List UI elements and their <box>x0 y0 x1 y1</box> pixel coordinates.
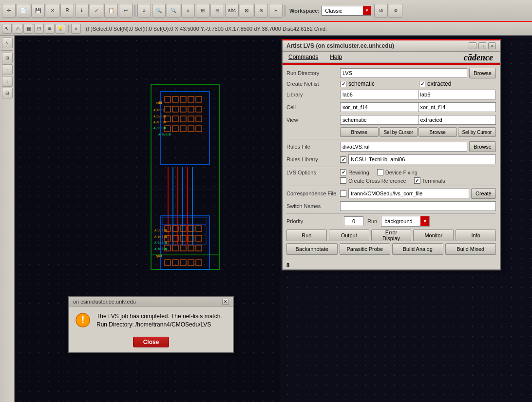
cell-schematic-input[interactable] <box>340 102 418 112</box>
close-btn[interactable]: ✕ <box>46 4 59 18</box>
view-label: View <box>286 117 340 123</box>
cell-extracted-input[interactable] <box>418 102 496 112</box>
open-btn[interactable]: 📄 <box>17 4 30 18</box>
monitor-icon-btn[interactable]: 🖥 <box>374 4 388 18</box>
rules-library-input[interactable] <box>348 154 496 164</box>
sel-by-cursor-btn-left[interactable]: Sel by Cursor <box>380 127 418 137</box>
grid-btn[interactable]: ▦ <box>23 24 33 34</box>
workspace-select: Workspace: Classic ▼ <box>289 6 371 16</box>
sidebar-btn-1[interactable]: ↖ <box>2 38 13 48</box>
msg-line1: The LVS job has completed. The net-lists… <box>96 312 222 321</box>
monitor-btn[interactable]: Monitor <box>413 230 454 241</box>
correspondence-checkbox[interactable] <box>340 191 346 197</box>
text-btn[interactable]: abc <box>225 4 239 18</box>
output-btn[interactable]: Output <box>329 230 369 241</box>
info-btn[interactable]: Info <box>456 230 496 241</box>
info-btn[interactable]: ℹ <box>75 4 89 18</box>
check-btn[interactable]: ✓ <box>90 4 103 18</box>
light-btn[interactable]: 💡 <box>56 24 65 34</box>
correspondence-create-btn[interactable]: Create <box>471 188 496 199</box>
rewiring-checkbox[interactable] <box>340 169 346 175</box>
zoom-btn[interactable]: 🔍 <box>152 4 166 18</box>
cell-inputs <box>340 102 496 112</box>
run-label: Run <box>367 218 377 224</box>
switch-names-input[interactable] <box>340 201 496 211</box>
rules-file-label: Rules File <box>286 144 340 150</box>
rewiring-option: Rewiring <box>340 169 369 175</box>
device-fixing-checkbox[interactable] <box>377 169 383 175</box>
msg-close-btn[interactable]: Close <box>133 337 170 347</box>
action-btn-row2: Backannotate Parasitic Probe Build Analo… <box>286 243 496 255</box>
correspondence-input[interactable] <box>348 189 469 198</box>
more-btn3[interactable]: » <box>269 4 283 18</box>
sidebar-btn-2[interactable]: ⊞ <box>2 53 13 63</box>
divider1 <box>286 139 496 139</box>
net-btn[interactable]: ⊠ <box>240 4 253 18</box>
sidebar-btn-4[interactable]: ↕ <box>2 76 13 87</box>
library-schematic-input[interactable] <box>340 90 418 99</box>
delete-btn[interactable]: ⊗ <box>254 4 268 18</box>
library-inputs <box>340 90 496 99</box>
build-mixed-btn[interactable]: Build Mixed <box>445 243 496 255</box>
config-icon-btn[interactable]: ⚙ <box>389 4 402 18</box>
run-directory-browse-btn[interactable]: Browse <box>469 68 496 78</box>
run-btn[interactable]: Run <box>286 230 327 241</box>
sheet-btn[interactable]: 📋 <box>104 4 118 18</box>
new-btn[interactable]: ✛ <box>2 4 16 18</box>
menu-commands[interactable]: Commands <box>286 53 320 61</box>
cadence-logo: cādence <box>461 52 496 64</box>
priority-input[interactable] <box>344 216 363 226</box>
error-display-btn[interactable]: Error Display <box>371 230 412 241</box>
create-netlist-label: Create Netlist <box>286 81 340 87</box>
view-schematic-input[interactable] <box>340 115 418 125</box>
more-btn2[interactable]: » <box>181 4 195 18</box>
rules-library-checkbox[interactable] <box>340 156 346 163</box>
save-btn[interactable]: 💾 <box>31 4 45 18</box>
maximize-btn[interactable]: □ <box>478 42 486 49</box>
rules-file-input[interactable] <box>340 142 467 152</box>
close-dialog-btn[interactable]: ✕ <box>488 42 496 49</box>
terminals-checkbox[interactable] <box>414 177 420 184</box>
lvs-dialog: Artist LVS (on csimcluster.ee.unlv.edu) … <box>282 39 501 270</box>
menu-help[interactable]: Help <box>328 53 344 61</box>
extracted-col: extracted <box>419 80 496 87</box>
cursor-btn[interactable]: ↖ <box>2 24 12 34</box>
run-combo-arrow[interactable]: ▼ <box>420 216 429 226</box>
undo-btn[interactable]: ↩ <box>119 4 133 18</box>
rules-file-row: Rules File Browse <box>286 141 496 152</box>
cell-label: Cell <box>286 104 340 110</box>
rules-file-browse-btn[interactable]: Browse <box>469 141 496 152</box>
snap-btn[interactable]: ⊡ <box>34 24 44 34</box>
options-checks2: Create Cross Reference Terminals <box>340 177 496 184</box>
cross-ref-option: Create Cross Reference <box>340 177 406 184</box>
layer-btn[interactable]: ≡ <box>45 24 55 34</box>
prop-btn[interactable]: R <box>60 4 74 18</box>
minimize-btn[interactable]: _ <box>469 42 476 49</box>
browse-btn-left[interactable]: Browse <box>340 127 379 137</box>
wire-btn[interactable]: ⊟ <box>210 4 224 18</box>
cross-ref-checkbox[interactable] <box>340 177 346 184</box>
parasitic-probe-btn[interactable]: Parasitic Probe <box>340 243 391 255</box>
view-row: View <box>286 115 496 125</box>
schematic-checkbox[interactable] <box>340 81 346 87</box>
run-directory-row: Run Directory Browse <box>286 68 496 78</box>
sel-by-cursor-btn-right[interactable]: Sel by Cursor <box>458 127 496 137</box>
build-analog-btn[interactable]: Build Analog <box>392 243 443 255</box>
browse-btn-right[interactable]: Browse <box>418 127 457 137</box>
warn-btn[interactable]: ⚠ <box>13 24 22 34</box>
dialog-title: Artist LVS (on csimcluster.ee.unlv.edu) <box>286 42 394 49</box>
library-extracted-input[interactable] <box>418 90 496 99</box>
msg-close-icon[interactable]: ✕ <box>222 299 229 305</box>
workspace-dropdown-arrow[interactable]: ▼ <box>363 6 371 15</box>
extracted-checkbox[interactable] <box>419 81 425 87</box>
backannotate-btn[interactable]: Backannotate <box>286 243 338 255</box>
view-extracted-input[interactable] <box>418 115 496 125</box>
sidebar-btn-3[interactable]: → <box>2 64 13 75</box>
zoom2-btn[interactable]: 🔍 <box>167 4 180 18</box>
more-btn4[interactable]: » <box>71 24 81 34</box>
more-btn1[interactable]: » <box>137 4 151 18</box>
place-btn[interactable]: ⊞ <box>196 4 209 18</box>
run-directory-input[interactable] <box>340 68 467 78</box>
sidebar-btn-5[interactable]: ⊟ <box>2 88 13 98</box>
rules-library-label: Rules Library <box>286 156 340 162</box>
